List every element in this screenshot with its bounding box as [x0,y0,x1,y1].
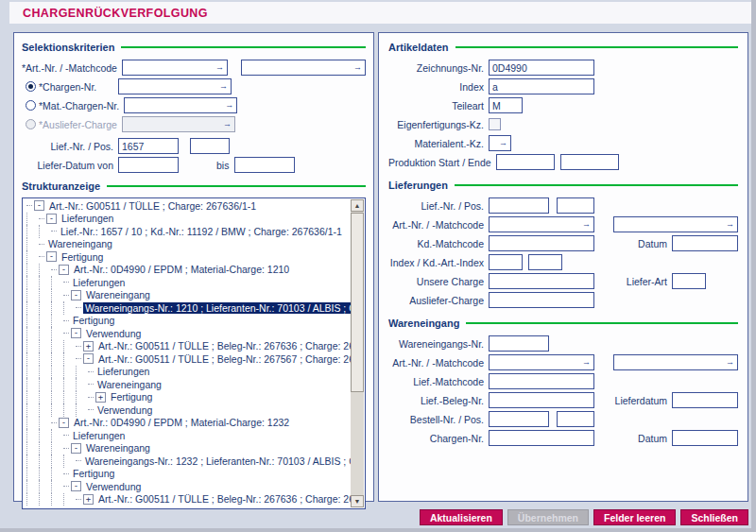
teileart-field[interactable]: M [489,97,523,113]
tree-item-label[interactable]: Lief.-Nr.: 1657 / 10 ; Kd.-Nr.: 11192 / … [59,226,344,237]
tree-row[interactable]: Fertigung [24,315,351,328]
tree-row[interactable]: Wareneingang [24,378,351,391]
we-art-matchcode-lookup-icon[interactable]: → [726,358,734,367]
tree-row[interactable]: - Verwendung [24,327,351,340]
we-art-matchcode-field[interactable]: → [613,354,738,370]
tree-item-label[interactable]: Lieferungen [95,366,151,377]
tree-row[interactable]: - Art.-Nr.: 0D4990 / EPDM ; Material-Cha… [24,417,351,430]
aktualisieren-button[interactable]: Aktualisieren [420,509,503,525]
tree-row[interactable]: Wareneingangs-Nr.: 1232 ; Lieferanten-Nr… [24,455,351,468]
chargen-nr-lookup-icon[interactable]: → [219,82,228,91]
tree-item-label[interactable]: Art.-Nr.: G00511 / TÜLLE ; Beleg-Nr.: 26… [96,353,351,365]
tree-item-label[interactable]: Fertigung [71,468,116,479]
we-nr-field[interactable] [489,335,549,352]
lf-liefer-art-field[interactable] [672,273,706,289]
tree-row[interactable]: Fertigung [24,468,351,481]
materialent-field[interactable]: → [489,135,511,151]
tree-item-label[interactable]: Lieferungen [71,277,127,288]
tree-row[interactable]: - Art.-Nr.: 0D4990 / EPDM ; Material-Cha… [24,264,351,277]
tree-row[interactable]: + Art.-Nr.: G00511 / TÜLLE ; Beleg-Nr.: … [24,340,351,353]
lf-art-nr-lookup-icon[interactable]: → [582,220,591,229]
produktion-start-field[interactable] [496,154,555,170]
tree-expander-icon[interactable]: - [71,290,81,300]
tree-row[interactable]: Lief.-Nr.: 1657 / 10 ; Kd.-Nr.: 11192 / … [24,225,351,238]
lf-art-matchcode-lookup-icon[interactable]: → [726,220,734,229]
tree-row[interactable]: Wareneingang [24,238,351,251]
tree-item-label[interactable]: Verwendung [84,481,143,492]
lf-lief-nr-field[interactable] [489,197,549,214]
scroll-down-icon[interactable]: ▼ [351,495,364,507]
tree-item-label[interactable]: Verwendung [84,328,143,339]
tree-row[interactable]: - Art.-Nr.: G00511 / TÜLLE ; Charge: 267… [24,199,351,213]
tree-row[interactable]: Lieferungen [24,366,351,379]
art-matchcode-lookup-icon[interactable]: → [353,63,362,72]
tree-expander-icon[interactable]: - [59,265,69,275]
tree-row[interactable]: - Verwendung [24,480,351,493]
liefer-datum-von-field[interactable] [118,157,179,173]
eigenfertigungs-checkbox[interactable] [489,118,501,130]
tree-item-label[interactable]: Wareneingang [46,238,114,249]
lf-unsere-charge-field[interactable] [489,273,594,289]
tree-expander-icon[interactable]: + [83,494,94,505]
we-art-nr-field[interactable]: → [489,354,594,370]
tree-item-label[interactable]: Art.-Nr.: G00511 / TÜLLE ; Beleg-Nr.: 26… [96,340,351,352]
tree-item-label[interactable]: Fertigung [60,251,105,263]
materialent-lookup-icon[interactable]: → [499,139,507,147]
tree-expander-icon[interactable]: + [95,392,106,403]
tree-item-label[interactable]: Lieferungen [60,213,115,224]
tree-item-label[interactable]: Fertigung [71,315,116,326]
produktion-ende-field[interactable] [560,154,619,170]
tree-expander-icon[interactable]: - [83,353,94,364]
tree-item-label[interactable]: Fertigung [109,391,154,403]
tree-item-label[interactable]: Lieferungen [71,430,127,441]
we-chargen-field[interactable] [489,430,594,446]
index-field[interactable]: a [489,78,594,94]
tree-expander-icon[interactable]: - [71,443,81,454]
schliessen-button[interactable]: Schließen [680,509,748,525]
tree-row[interactable]: - Wareneingang [24,442,351,455]
tree-item-label[interactable]: Verwendung [95,404,154,416]
lf-art-matchcode-field[interactable]: → [613,216,738,232]
tree-row[interactable]: - Art.-Nr.: G00511 / TÜLLE ; Beleg-Nr.: … [24,352,351,366]
zeichnungs-nr-field[interactable]: 0D4990 [489,60,594,76]
tree-item-label[interactable]: Wareneingangs-Nr.: 1210 ; Lieferanten-Nr… [83,302,351,314]
tree-item-label[interactable]: Art.-Nr.: G00511 / TÜLLE ; Beleg-Nr.: 26… [96,493,351,505]
tree-expander-icon[interactable]: - [71,328,81,338]
tree-row[interactable]: + Art.-Nr.: G00511 / TÜLLE ; Beleg-Nr.: … [24,493,351,506]
mat-chargen-lookup-icon[interactable]: → [225,101,233,110]
lf-kd-art-index-field[interactable] [528,254,562,270]
we-bestell-pos-field[interactable] [557,411,594,427]
we-lief-matchcode-field[interactable] [489,373,594,389]
chargen-nr-field[interactable]: → [118,78,232,94]
mat-chargen-field[interactable]: → [124,97,237,113]
tree-row[interactable]: - Lieferungen [24,213,351,226]
tree-item-label[interactable]: Art.-Nr.: 0D4990 / EPDM ; Material-Charg… [72,264,291,275]
lf-datum-field[interactable] [672,235,738,251]
we-datum-field[interactable] [672,430,738,446]
tree-row[interactable]: - Wareneingang [24,289,351,302]
lf-kd-matchcode-field[interactable] [489,235,594,251]
tree-row[interactable]: - Fertigung [24,250,351,264]
tree-row[interactable]: + Fertigung [24,391,351,404]
lief-pos-field[interactable] [190,138,230,154]
lf-art-nr-field[interactable]: → [489,216,594,232]
we-bestell-nr-field[interactable] [489,411,549,427]
scrollbar-thumb[interactable] [351,213,364,392]
tree-expander-icon[interactable]: - [71,481,81,491]
tree-row[interactable]: Lieferungen [24,429,351,442]
art-matchcode-field[interactable]: → [241,60,366,76]
art-nr-lookup-icon[interactable]: → [215,63,224,72]
lf-index-field[interactable] [489,254,523,270]
tree-expander-icon[interactable]: + [83,341,94,352]
tree-row[interactable]: Verwendung [24,403,351,417]
chargen-nr-radio[interactable] [26,81,36,92]
we-lief-beleg-field[interactable] [489,392,594,408]
tree-expander-icon[interactable]: - [34,200,44,211]
lf-lief-pos-field[interactable] [557,197,594,214]
lf-ausliefer-field[interactable] [489,292,594,308]
tree-item-label[interactable]: Wareneingang [95,379,163,390]
tree-scrollbar[interactable]: ▲ ▼ [351,199,364,507]
lief-nr-field[interactable]: 1657 [118,138,179,154]
tree-item-label[interactable]: Wareneingangs-Nr.: 1232 ; Lieferanten-Nr… [83,455,351,467]
scroll-up-icon[interactable]: ▲ [351,199,364,212]
